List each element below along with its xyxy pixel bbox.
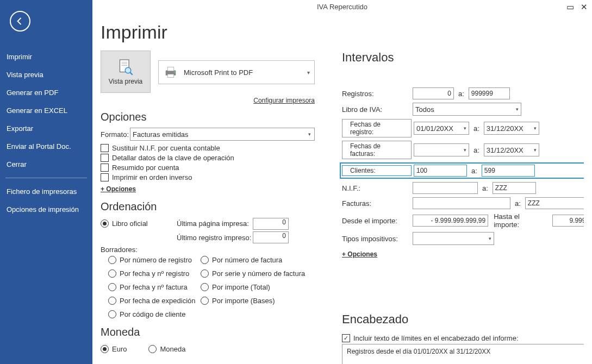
chevron-down-icon: ▾	[516, 106, 519, 112]
fechas-facturas-button[interactable]: Fechas de facturas:	[342, 141, 412, 159]
intervalos-mas-opciones-link[interactable]: + Opciones	[342, 250, 377, 258]
fecha-facturas-from-input[interactable]: ▾	[414, 143, 469, 156]
ultimo-registro-label: Último registro impreso:	[177, 234, 253, 242]
a-label: a:	[473, 146, 479, 154]
configurar-impresora-link[interactable]: Configurar impresora	[253, 97, 315, 104]
radio-numero-factura[interactable]: Por número de factura	[201, 256, 315, 264]
fecha-facturas-to-value: 31/12/20XX	[487, 146, 524, 154]
fechas-registro-button[interactable]: Fechas de registro:	[342, 119, 412, 137]
radio-codigo-cliente-label: Por código de cliente	[120, 310, 185, 318]
sidebar-item-opciones-impresion[interactable]: Opciones de impresión	[0, 200, 92, 218]
facturas-label: Facturas:	[342, 199, 413, 208]
sidebar: Imprimir Vista previa Generar en PDF Gen…	[0, 0, 92, 364]
radio-fecha-registro[interactable]: Por fecha y nº registro	[108, 269, 201, 278]
registros-from-input[interactable]: 0	[413, 87, 454, 99]
radio-euro-label: Euro	[112, 345, 127, 353]
document-magnify-icon	[116, 58, 135, 78]
radio-importe-bases-label: Por importe (Bases)	[212, 297, 275, 305]
back-button[interactable]	[10, 11, 30, 32]
sidebar-item-vista-previa[interactable]: Vista previa	[0, 66, 92, 84]
radio-codigo-cliente[interactable]: Por código de cliente	[108, 310, 201, 318]
radio-moneda-label: Moneda	[160, 345, 185, 353]
chevron-down-icon: ▾	[308, 131, 311, 137]
formato-value: Facturas emitidas	[133, 130, 189, 139]
clientes-from-input[interactable]: 100	[414, 165, 467, 177]
registros-to-input[interactable]: 999999	[469, 87, 510, 99]
chevron-down-icon: ▾	[489, 236, 491, 241]
radio-fecha-registro-label: Por fecha y nº registro	[120, 269, 189, 278]
hasta-importe-input[interactable]: 9.999.999.999,99	[552, 215, 584, 227]
radio-importe-total[interactable]: Por importe (Total)	[201, 283, 315, 291]
fecha-registro-to-input[interactable]: 31/12/20XX ▾	[484, 122, 539, 135]
clientes-button[interactable]: Clientes:	[342, 165, 412, 176]
tipos-select[interactable]: ▾	[413, 232, 494, 245]
sidebar-item-generar-pdf[interactable]: Generar en PDF	[0, 84, 92, 102]
facturas-to-input[interactable]: ZZZ	[525, 197, 584, 209]
formato-select[interactable]: Facturas emitidas ▾	[130, 128, 315, 141]
sidebar-item-cerrar[interactable]: Cerrar	[0, 155, 92, 173]
radio-fecha-factura[interactable]: Por fecha y nº factura	[108, 283, 201, 291]
nif-label: N.I.F.:	[342, 184, 413, 192]
libro-iva-select[interactable]: Todos ▾	[413, 103, 521, 116]
svg-rect-7	[167, 67, 174, 71]
radio-importe-bases[interactable]: Por importe (Bases)	[201, 297, 315, 305]
radio-serie-factura[interactable]: Por serie y número de factura	[201, 269, 315, 278]
fecha-registro-from-input[interactable]: 01/01/20XX ▾	[414, 122, 469, 135]
ultima-pagina-input[interactable]: 0	[253, 218, 289, 230]
chevron-down-icon: ▾	[307, 70, 310, 76]
mas-opciones-link[interactable]: + Opciones	[101, 185, 136, 193]
libro-iva-value: Todos	[415, 105, 434, 114]
a-label: a:	[473, 124, 479, 133]
svg-point-4	[125, 67, 131, 73]
sidebar-item-exportar[interactable]: Exportar	[0, 120, 92, 137]
a-label: a:	[458, 90, 464, 98]
chk-detallar[interactable]: Detallar datos de la clave de operación	[101, 154, 315, 162]
fecha-registro-to-value: 31/12/20XX	[487, 124, 524, 133]
vista-previa-button[interactable]: Vista previa	[101, 51, 151, 93]
chk-resumido[interactable]: Resumido por cuenta	[101, 164, 315, 172]
ultimo-registro-input[interactable]: 0	[253, 231, 289, 243]
desde-importe-label: Desde el importe:	[342, 217, 413, 225]
desde-importe-input[interactable]: - 9.999.999.999,99	[413, 215, 489, 227]
a-label: a:	[482, 184, 488, 192]
radio-fecha-expedicion[interactable]: Por fecha de expedición	[108, 297, 201, 305]
ultima-pagina-label: Última página impresa:	[177, 219, 253, 228]
sidebar-item-imprimir[interactable]: Imprimir	[0, 48, 92, 66]
chevron-down-icon: ▾	[464, 147, 466, 153]
sidebar-item-fichero-impresoras[interactable]: Fichero de impresoras	[0, 183, 92, 200]
printer-select[interactable]: Microsoft Print to PDF ▾	[158, 60, 315, 84]
chk-inverso[interactable]: Imprimir en orden inverso	[101, 173, 315, 181]
maximize-icon[interactable]: ▭	[566, 2, 574, 12]
radio-libro-oficial-label: Libro oficial	[112, 219, 148, 228]
nif-to-input[interactable]: ZZZ	[493, 182, 536, 194]
printer-name: Microsoft Print to PDF	[184, 68, 253, 77]
radio-fecha-expedicion-label: Por fecha de expedición	[120, 297, 195, 305]
radio-libro-oficial[interactable]: Libro oficial	[101, 219, 177, 228]
fecha-facturas-to-input[interactable]: 31/12/20XX ▾	[484, 143, 539, 156]
ordenacion-title: Ordenación	[101, 200, 315, 213]
moneda-title: Moneda	[101, 326, 315, 338]
a-label: a:	[471, 167, 477, 175]
radio-euro[interactable]: Euro	[101, 345, 127, 353]
radio-moneda[interactable]: Moneda	[148, 345, 185, 353]
libro-iva-label: Libro de IVA:	[342, 105, 413, 114]
clientes-to-input[interactable]: 599	[482, 165, 535, 177]
nif-from-input[interactable]	[413, 182, 478, 194]
svg-point-9	[174, 71, 175, 72]
close-icon[interactable]: ✕	[581, 2, 588, 12]
opciones-title: Opciones	[101, 111, 315, 123]
encabezado-textarea[interactable]: Registros desde el día 01/01/20XX al 31/…	[342, 344, 584, 364]
radio-numero-registro[interactable]: Por número de registro	[108, 256, 201, 264]
facturas-from-input[interactable]	[413, 197, 510, 209]
printer-icon	[163, 66, 178, 79]
sidebar-item-enviar-portal[interactable]: Enviar al Portal Doc.	[0, 137, 92, 155]
sidebar-item-generar-excel[interactable]: Generar en EXCEL	[0, 102, 92, 120]
radio-numero-registro-label: Por número de registro	[120, 256, 192, 264]
chk-inverso-label: Imprimir en orden inverso	[112, 173, 192, 181]
intervalos-title: Intervalos	[342, 51, 584, 65]
chk-incluir-texto[interactable]: Incluir texto de límites en el encabezad…	[342, 334, 584, 342]
chk-sustituir-nif[interactable]: Sustituir N.I.F. por cuenta contable	[101, 144, 315, 152]
chk-sustituir-nif-label: Sustituir N.I.F. por cuenta contable	[112, 144, 220, 152]
svg-rect-8	[167, 74, 174, 78]
chevron-down-icon: ▾	[464, 125, 466, 131]
